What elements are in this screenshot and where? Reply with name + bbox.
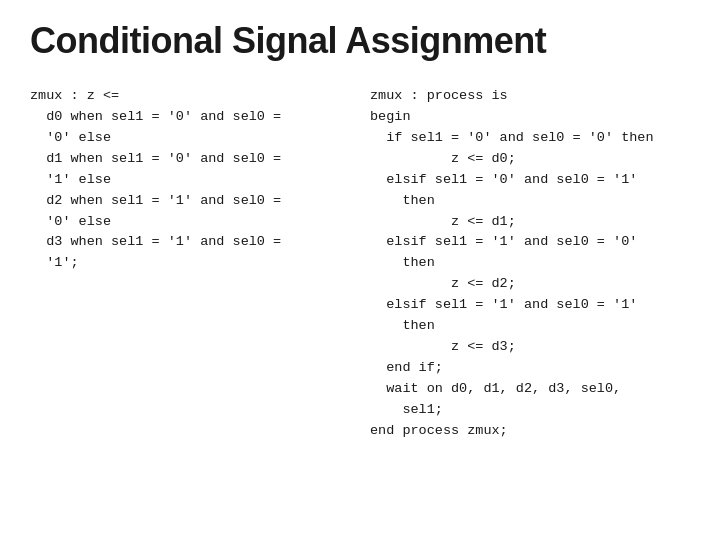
content-area: zmux : z <= d0 when sel1 = '0' and sel0 …: [30, 86, 690, 520]
right-column: zmux : process is begin if sel1 = '0' an…: [370, 86, 690, 520]
left-code-block: zmux : z <= d0 when sel1 = '0' and sel0 …: [30, 86, 340, 274]
right-code-block: zmux : process is begin if sel1 = '0' an…: [370, 86, 690, 442]
left-column: zmux : z <= d0 when sel1 = '0' and sel0 …: [30, 86, 340, 520]
page: Conditional Signal Assignment zmux : z <…: [0, 0, 720, 540]
page-title: Conditional Signal Assignment: [30, 20, 690, 62]
